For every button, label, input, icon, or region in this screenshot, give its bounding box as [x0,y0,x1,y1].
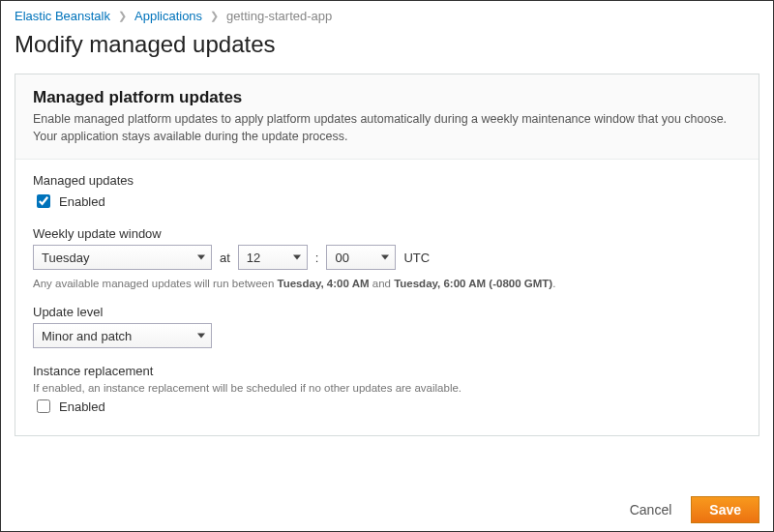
breadcrumb: Elastic Beanstalk ❯ Applications ❯ getti… [15,9,759,23]
update-level-label: Update level [33,305,741,319]
instance-replacement-enabled-checkbox[interactable] [37,399,50,413]
managed-updates-enabled-checkbox[interactable] [37,194,50,208]
panel-description: Enable managed platform updates to apply… [33,111,741,145]
update-level-value: Minor and patch [42,329,132,343]
managed-updates-enabled-label: Enabled [59,194,105,209]
weekly-day-value: Tuesday [42,251,89,265]
panel-title: Managed platform updates [33,88,741,107]
weekly-hour-value: 12 [247,251,260,265]
timezone-label: UTC [403,251,430,265]
breadcrumb-current: getting-started-app [226,9,332,23]
instance-replacement-hint: If enabled, an instance replacement will… [33,382,741,394]
breadcrumb-link-service[interactable]: Elastic Beanstalk [15,9,110,23]
cancel-button[interactable]: Cancel [630,502,672,517]
caret-down-icon [293,255,301,260]
save-button[interactable]: Save [691,496,759,523]
weekly-window-label: Weekly update window [33,226,741,241]
chevron-right-icon: ❯ [210,10,219,22]
weekly-window-hint: Any available managed updates will run b… [33,278,741,289]
instance-replacement-label: Instance replacement [33,364,741,378]
instance-replacement-enabled-label: Enabled [59,399,105,414]
caret-down-icon [381,255,389,260]
weekly-hour-select[interactable]: 12 [238,245,308,270]
managed-updates-label: Managed updates [33,173,741,188]
chevron-right-icon: ❯ [118,10,127,22]
update-level-select[interactable]: Minor and patch [33,323,212,348]
at-label: at [220,251,230,265]
caret-down-icon [197,334,205,339]
footer-actions: Cancel Save [630,496,759,523]
page-title: Modify managed updates [15,31,759,58]
weekly-minute-value: 00 [335,251,348,265]
weekly-day-select[interactable]: Tuesday [33,245,212,270]
weekly-minute-select[interactable]: 00 [326,245,396,270]
colon-label: : [315,251,319,265]
managed-updates-panel: Managed platform updates Enable managed … [15,74,759,436]
breadcrumb-link-applications[interactable]: Applications [134,9,202,23]
caret-down-icon [197,255,205,260]
